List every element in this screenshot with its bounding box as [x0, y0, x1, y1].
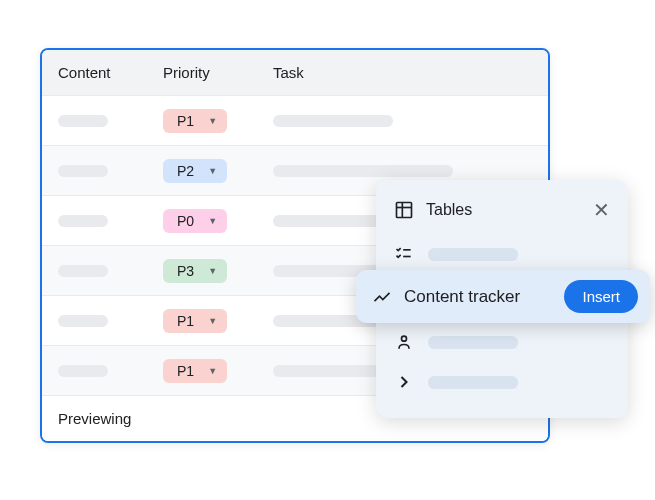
template-option-more[interactable]: [376, 362, 628, 402]
column-header-task[interactable]: Task: [257, 50, 548, 95]
priority-pill[interactable]: P1▼: [163, 359, 227, 383]
priority-label: P1: [177, 313, 194, 329]
placeholder-content: [58, 365, 108, 377]
column-header-content[interactable]: Content: [42, 50, 147, 95]
chevron-down-icon: ▼: [208, 116, 217, 126]
table-row[interactable]: P1▼: [42, 96, 548, 146]
placeholder-content: [58, 115, 108, 127]
close-icon[interactable]: ✕: [593, 200, 610, 220]
priority-cell[interactable]: P2▼: [147, 149, 257, 193]
svg-rect-0: [397, 203, 412, 218]
priority-cell[interactable]: P3▼: [147, 249, 257, 293]
insert-button[interactable]: Insert: [564, 280, 638, 313]
content-cell[interactable]: [42, 305, 147, 337]
priority-cell[interactable]: P1▼: [147, 299, 257, 343]
placeholder-content: [58, 265, 108, 277]
table-header-row: Content Priority Task: [42, 50, 548, 96]
person-icon: [394, 332, 414, 352]
priority-pill[interactable]: P1▼: [163, 109, 227, 133]
chevron-down-icon: ▼: [208, 316, 217, 326]
popup-header: Tables ✕: [376, 196, 628, 234]
svg-point-5: [402, 336, 407, 341]
priority-label: P2: [177, 163, 194, 179]
chevron-down-icon: ▼: [208, 266, 217, 276]
priority-label: P3: [177, 263, 194, 279]
placeholder-content: [58, 315, 108, 327]
content-cell[interactable]: [42, 105, 147, 137]
chevron-down-icon: ▼: [208, 366, 217, 376]
priority-cell[interactable]: P1▼: [147, 349, 257, 393]
placeholder-task: [273, 115, 393, 127]
priority-label: P1: [177, 363, 194, 379]
chevron-down-icon: ▼: [208, 216, 217, 226]
placeholder-task: [273, 215, 393, 227]
placeholder-content: [58, 165, 108, 177]
template-option[interactable]: [376, 234, 628, 274]
table-icon: [394, 200, 414, 220]
placeholder-content: [58, 215, 108, 227]
placeholder-label: [428, 248, 518, 261]
content-cell[interactable]: [42, 205, 147, 237]
priority-cell[interactable]: P1▼: [147, 99, 257, 143]
placeholder-label: [428, 376, 518, 389]
column-header-priority[interactable]: Priority: [147, 50, 257, 95]
priority-cell[interactable]: P0▼: [147, 199, 257, 243]
task-cell[interactable]: [257, 105, 548, 137]
template-label: Content tracker: [404, 287, 552, 307]
checklist-icon: [394, 244, 414, 264]
content-cell[interactable]: [42, 255, 147, 287]
template-option[interactable]: [376, 322, 628, 362]
placeholder-task: [273, 165, 453, 177]
priority-label: P0: [177, 213, 194, 229]
priority-pill[interactable]: P1▼: [163, 309, 227, 333]
priority-pill[interactable]: P2▼: [163, 159, 227, 183]
priority-pill[interactable]: P3▼: [163, 259, 227, 283]
trendline-icon: [372, 287, 392, 307]
priority-pill[interactable]: P0▼: [163, 209, 227, 233]
priority-label: P1: [177, 113, 194, 129]
placeholder-label: [428, 336, 518, 349]
template-option-content-tracker[interactable]: Content tracker Insert: [356, 270, 650, 323]
chevron-right-icon: [394, 372, 414, 392]
chevron-down-icon: ▼: [208, 166, 217, 176]
popup-title: Tables: [426, 201, 472, 219]
content-cell[interactable]: [42, 355, 147, 387]
content-cell[interactable]: [42, 155, 147, 187]
